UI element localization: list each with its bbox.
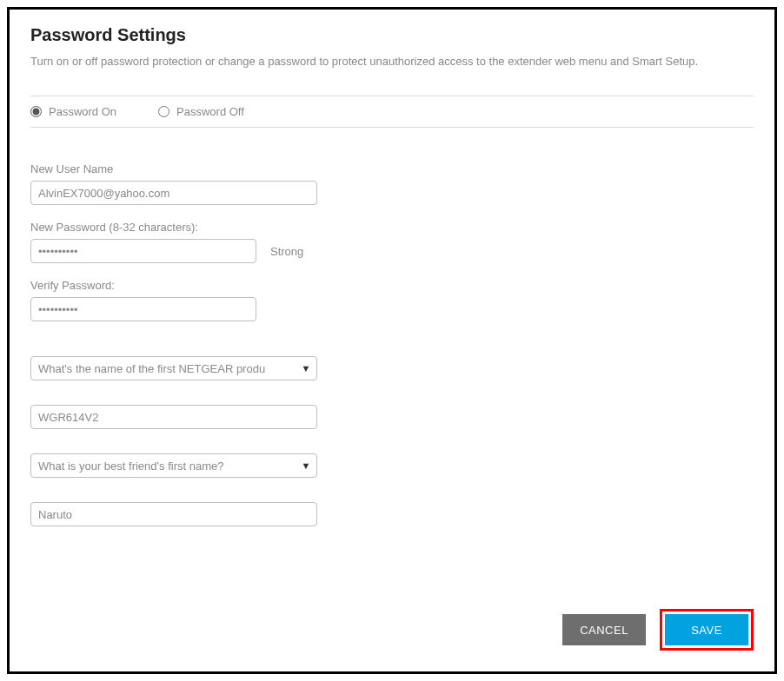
- verify-password-input[interactable]: [30, 297, 256, 321]
- answer1-group: [30, 405, 754, 429]
- save-button[interactable]: SAVE: [665, 614, 748, 645]
- password-strength: Strong: [270, 245, 303, 258]
- answer2-input[interactable]: [30, 502, 317, 526]
- username-group: New User Name: [30, 162, 754, 205]
- username-input[interactable]: [30, 181, 317, 205]
- question2-select[interactable]: What is your best friend's first name?: [30, 453, 317, 478]
- new-password-group: New Password (8-32 characters): Strong: [30, 221, 754, 263]
- settings-panel: Password Settings Turn on or off passwor…: [7, 7, 777, 674]
- radio-password-off[interactable]: Password Off: [158, 105, 244, 118]
- credentials-block: New User Name New Password (8-32 charact…: [30, 162, 754, 321]
- verify-password-label: Verify Password:: [30, 279, 754, 292]
- radio-on-label: Password On: [49, 105, 116, 118]
- radio-password-on[interactable]: Password On: [30, 105, 116, 118]
- question2-group: What is your best friend's first name? ▼: [30, 453, 754, 478]
- new-password-label: New Password (8-32 characters):: [30, 221, 754, 234]
- action-buttons: CANCEL SAVE: [562, 609, 754, 651]
- answer1-input[interactable]: [30, 405, 317, 429]
- radio-password-on-input[interactable]: [30, 106, 42, 117]
- new-password-input[interactable]: [30, 239, 256, 263]
- password-toggle-row: Password On Password Off: [30, 96, 754, 127]
- security-questions-block: What's the name of the first NETGEAR pro…: [30, 356, 754, 526]
- answer2-group: [30, 502, 754, 526]
- save-highlight-box: SAVE: [660, 609, 754, 651]
- radio-password-off-input[interactable]: [158, 106, 169, 117]
- verify-password-group: Verify Password:: [30, 279, 754, 321]
- question1-select[interactable]: What's the name of the first NETGEAR pro…: [30, 356, 317, 380]
- cancel-button[interactable]: CANCEL: [562, 614, 646, 645]
- divider-bottom: [30, 127, 754, 128]
- username-label: New User Name: [30, 162, 754, 175]
- page-title: Password Settings: [30, 25, 754, 45]
- question1-group: What's the name of the first NETGEAR pro…: [30, 356, 754, 380]
- page-description: Turn on or off password protection or ch…: [30, 54, 754, 69]
- radio-off-label: Password Off: [176, 105, 244, 118]
